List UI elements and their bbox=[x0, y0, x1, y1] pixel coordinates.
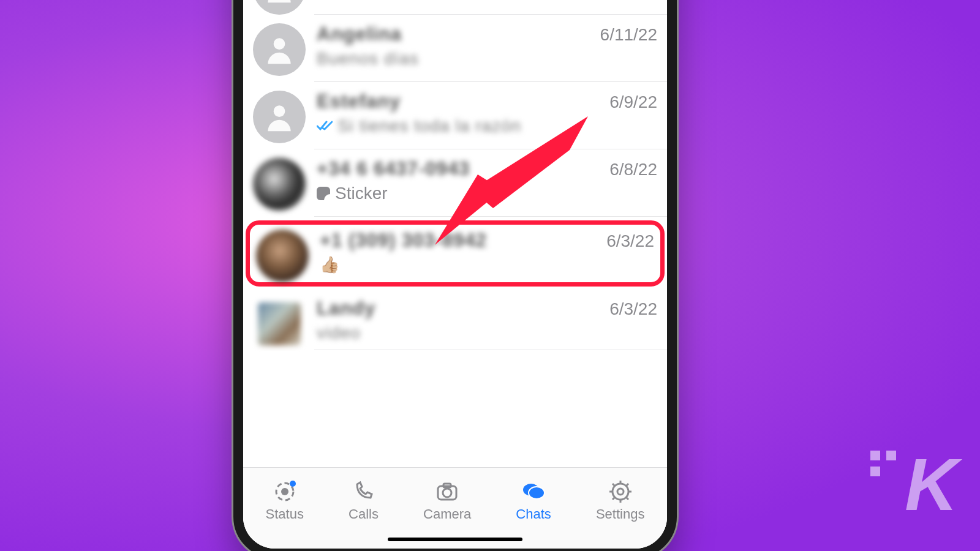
chat-name: +34 6 6437-0943 bbox=[317, 158, 470, 180]
svg-line-17 bbox=[626, 497, 628, 500]
svg-line-18 bbox=[626, 484, 628, 486]
chat-preview: Sticker bbox=[335, 184, 388, 203]
tab-label: Calls bbox=[349, 506, 379, 522]
tab-label: Status bbox=[266, 506, 304, 522]
svg-line-16 bbox=[612, 484, 615, 486]
svg-point-1 bbox=[274, 38, 285, 50]
svg-point-2 bbox=[274, 105, 285, 117]
tab-label: Settings bbox=[596, 506, 645, 522]
svg-point-11 bbox=[617, 489, 624, 495]
tab-chats[interactable]: Chats bbox=[516, 479, 551, 522]
svg-point-6 bbox=[443, 489, 451, 497]
home-indicator[interactable] bbox=[388, 538, 522, 541]
avatar-placeholder bbox=[253, 0, 306, 15]
chat-preview: video bbox=[317, 323, 361, 343]
tab-label: Chats bbox=[516, 506, 551, 522]
svg-point-9 bbox=[529, 487, 545, 499]
avatar-photo bbox=[256, 230, 309, 282]
tab-bar: Status Calls Camera Chats bbox=[243, 467, 667, 549]
chat-preview: Buenos días bbox=[317, 49, 419, 69]
chat-name: Estefany bbox=[317, 91, 401, 113]
chat-date: 6/3/22 bbox=[600, 231, 654, 251]
chat-row[interactable]: +34 6 6437-0943 6/8/22 Sticker bbox=[243, 149, 667, 217]
tab-camera[interactable]: Camera bbox=[423, 479, 471, 522]
chat-name: Landy bbox=[317, 298, 375, 320]
app-screen: Angelina 6/11/22 Buenos días Estefany bbox=[243, 0, 667, 549]
chat-date: 6/3/22 bbox=[603, 299, 657, 319]
chat-row[interactable] bbox=[243, 0, 667, 15]
chat-preview: 👍🏼 bbox=[320, 255, 339, 274]
chat-date: 6/11/22 bbox=[594, 25, 657, 45]
chat-row[interactable]: Angelina 6/11/22 Buenos días bbox=[243, 15, 667, 82]
avatar-placeholder bbox=[253, 23, 306, 76]
read-receipt-icon bbox=[317, 121, 333, 132]
svg-point-4 bbox=[281, 488, 288, 495]
tab-status[interactable]: Status bbox=[266, 479, 304, 522]
svg-line-19 bbox=[612, 497, 615, 500]
chat-preview: Si tienes toda la razón bbox=[337, 116, 521, 136]
phone-frame: Angelina 6/11/22 Buenos días Estefany bbox=[233, 0, 677, 551]
chat-row[interactable]: Estefany 6/9/22 Si tienes toda la razón bbox=[243, 82, 667, 149]
gear-icon bbox=[608, 479, 633, 504]
chat-name: Angelina bbox=[317, 23, 402, 45]
chat-date: 6/9/22 bbox=[603, 92, 657, 112]
chat-row-highlighted[interactable]: +1 (309) 303-8942 6/3/22 👍🏼 bbox=[246, 220, 665, 287]
chat-name: +1 (309) 303-8942 bbox=[320, 230, 487, 252]
tab-label: Camera bbox=[423, 506, 471, 522]
status-dot-icon bbox=[290, 481, 296, 487]
chat-date: 6/8/22 bbox=[603, 160, 657, 179]
avatar-placeholder bbox=[253, 91, 306, 143]
watermark-logo: K bbox=[905, 442, 956, 527]
phone-icon bbox=[351, 479, 375, 504]
tab-settings[interactable]: Settings bbox=[596, 479, 645, 522]
status-icon bbox=[273, 479, 297, 504]
sticker-icon bbox=[317, 187, 330, 200]
chat-list[interactable]: Angelina 6/11/22 Buenos días Estefany bbox=[243, 0, 667, 467]
avatar-thumbnail bbox=[258, 302, 301, 345]
avatar-photo bbox=[253, 158, 306, 211]
camera-icon bbox=[435, 479, 459, 504]
tab-calls[interactable]: Calls bbox=[349, 479, 379, 522]
chats-icon bbox=[521, 479, 546, 504]
chat-row[interactable]: Landy 6/3/22 video bbox=[243, 289, 667, 350]
